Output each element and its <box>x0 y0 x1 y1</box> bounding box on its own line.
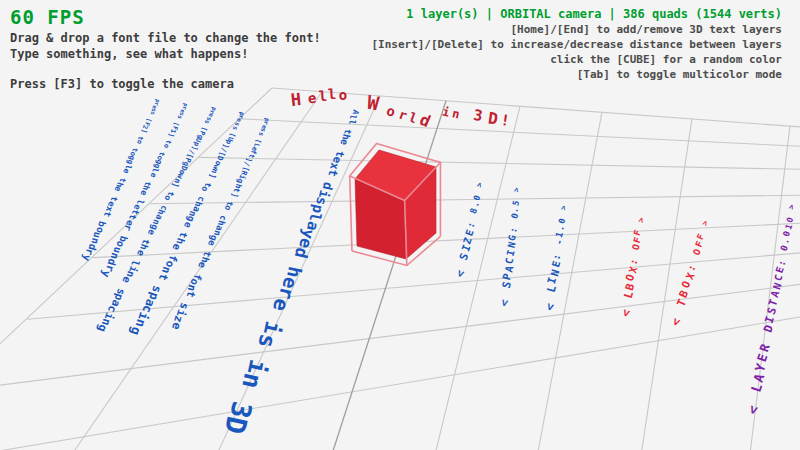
status-bar: 1 layer(s) | ORBITAL camera | 386 quads … <box>406 7 782 21</box>
scene-viewport[interactable]: Allthetextdisplayedhereisin3Dpress[Left]… <box>0 0 800 450</box>
fps-counter: 60 FPS <box>10 6 85 28</box>
red-cube[interactable] <box>350 143 441 265</box>
